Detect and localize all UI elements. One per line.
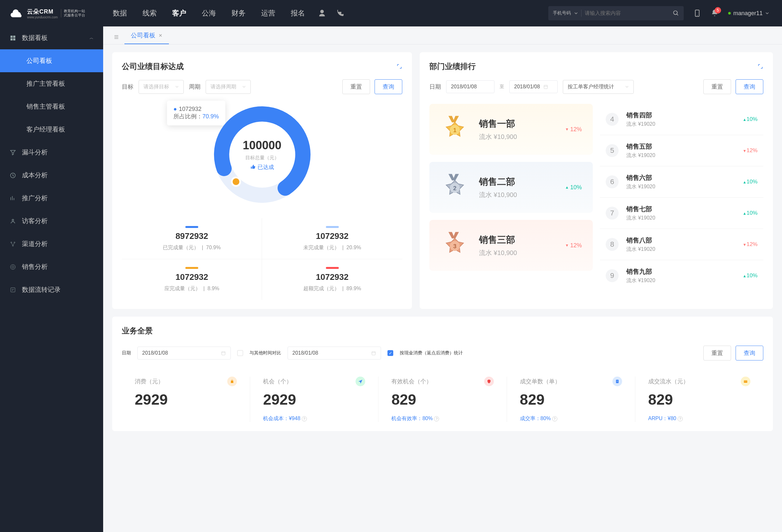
panel-business: 业务全景 日期 2018/01/08 与其他时间对比 2018/01/08 按现… <box>112 317 773 431</box>
rank-query-button[interactable]: 查询 <box>736 79 763 94</box>
help-icon[interactable]: ? <box>302 416 307 421</box>
search-input[interactable] <box>585 10 670 16</box>
thumb-icon <box>250 165 256 170</box>
close-icon[interactable]: ✕ <box>158 33 163 38</box>
user-icon[interactable] <box>318 9 326 17</box>
sidebar-sub-company[interactable]: 公司看板 <box>0 49 103 72</box>
channel-icon <box>10 241 16 247</box>
sidebar-group-dashboard[interactable]: 数据看板 ︿ <box>0 27 103 49</box>
rank-selector[interactable]: 按工单客户经理统计 <box>563 80 634 94</box>
help-icon[interactable]: ? <box>552 416 557 421</box>
svg-rect-28 <box>222 351 225 355</box>
sidebar-item-cost[interactable]: 成本分析 <box>0 164 103 187</box>
biz-date-2[interactable]: 2018/01/08 <box>287 347 381 359</box>
compare-checkbox[interactable] <box>237 350 243 356</box>
sidebar-sub-cust-mgr[interactable]: 客户经理看板 <box>0 118 103 141</box>
goal-total: 100000 <box>243 139 281 152</box>
nav-finance[interactable]: 财务 <box>232 8 246 18</box>
metric-valid-opp: 有效机会（个） 829 机会有效率：80% ? <box>379 377 507 422</box>
cost-icon <box>10 172 16 179</box>
doc-icon <box>612 377 622 386</box>
sidebar-item-promo[interactable]: 推广分析 <box>0 187 103 210</box>
select-target[interactable]: 请选择目标 <box>139 80 184 94</box>
funnel-icon <box>10 149 16 156</box>
rank-1: 1 销售一部流水 ¥10,900 12% <box>429 104 593 155</box>
collapse-sidebar-button[interactable] <box>108 31 125 44</box>
cash-label: 按现金消费（返点后消费）统计 <box>400 350 463 356</box>
logo-domain: www.yunduocrm.com <box>27 15 58 19</box>
nav-leads[interactable]: 线索 <box>142 8 157 18</box>
rank-date-from[interactable]: 2018/01/08 <box>446 80 495 93</box>
menu-icon <box>113 34 119 40</box>
shield-icon <box>484 377 494 386</box>
svg-point-13 <box>12 266 14 268</box>
nav-enroll[interactable]: 报名 <box>291 8 305 18</box>
achieved-badge: 已达成 <box>250 164 274 171</box>
rank-label-date: 日期 <box>429 83 441 91</box>
dashboard-icon <box>10 35 16 41</box>
goals-label-target: 目标 <box>122 83 134 91</box>
rank-date-to[interactable]: 2018/01/08 <box>509 80 558 93</box>
cash-checkbox[interactable] <box>387 350 393 356</box>
biz-query-button[interactable]: 查询 <box>736 346 763 360</box>
gold-medal-icon: 1 <box>440 115 469 144</box>
search-icon[interactable] <box>673 10 679 16</box>
search-bar[interactable]: 手机号码 <box>548 6 684 20</box>
rank-reset-button[interactable]: 重置 <box>703 79 731 94</box>
expand-icon[interactable] <box>396 64 402 69</box>
panel-goals: 公司业绩目标达成 目标 请选择目标 周期 请选择周期 重置 查询 <box>112 52 412 309</box>
svg-point-8 <box>12 219 14 221</box>
user-menu[interactable]: manager11 <box>728 10 769 17</box>
logo-area: 云朵CRM www.yunduocrm.com 教育机构一站式服务云平台 <box>10 8 103 19</box>
date-sep: 至 <box>500 84 504 90</box>
sidebar-item-visitor[interactable]: 访客分析 <box>0 210 103 233</box>
svg-rect-18 <box>544 85 548 89</box>
stat-expected: 1072932 应完成量（元） | 8.9% <box>122 259 262 300</box>
notifications[interactable]: 5 <box>711 9 718 18</box>
tab-bar: 公司看板 ✕ <box>103 27 782 44</box>
chevron-up-icon: ︿ <box>90 35 94 41</box>
metric-spend: 消费（元） 2929 <box>122 377 250 422</box>
sidebar-item-funnel[interactable]: 漏斗分析 <box>0 141 103 164</box>
calendar-icon <box>371 351 376 356</box>
metric-revenue: 成交流水（元） 829 ARPU：¥80 ? <box>635 377 763 422</box>
sidebar-item-flow[interactable]: 数据流转记录 <box>0 278 103 301</box>
mobile-icon[interactable] <box>694 9 701 17</box>
help-icon[interactable]: ? <box>678 416 683 421</box>
svg-text:2: 2 <box>453 185 456 191</box>
goal-total-label: 目标总量（元） <box>245 155 279 161</box>
sidebar-sub-sales-mgr[interactable]: 销售主管看板 <box>0 95 103 118</box>
metric-row: 消费（元） 2929 机会（个） 2929 机会成本：¥948 ? 有效机会（个… <box>122 377 763 422</box>
goals-reset-button[interactable]: 重置 <box>342 79 370 94</box>
help-icon[interactable]: ? <box>434 416 439 421</box>
rank-row: 7销售七部流水 ¥1902010% <box>600 198 763 229</box>
biz-label-date: 日期 <box>122 350 131 356</box>
biz-date-1[interactable]: 2018/01/08 <box>137 347 231 359</box>
rank-row: 4销售四部流水 ¥1902010% <box>600 104 763 135</box>
tab-company-dashboard[interactable]: 公司看板 ✕ <box>125 27 169 44</box>
expand-icon[interactable] <box>757 64 763 69</box>
svg-text:3: 3 <box>453 243 456 250</box>
stat-exceed: 1072932 超额完成（元） | 89.9% <box>262 259 402 300</box>
target-icon <box>10 264 16 270</box>
nav-customers[interactable]: 客户 <box>172 8 186 18</box>
nav-public[interactable]: 公海 <box>202 8 216 18</box>
chevron-down-icon <box>765 11 769 15</box>
visitor-icon <box>10 218 16 224</box>
nav-ops[interactable]: 运营 <box>261 8 275 18</box>
sidebar-sub-promo-mgr[interactable]: 推广主管看板 <box>0 72 103 95</box>
metric-deals: 成交单数（单） 829 成交率：80% ? <box>507 377 635 422</box>
biz-reset-button[interactable]: 重置 <box>703 346 731 360</box>
compare-label: 与其他时间对比 <box>249 350 281 356</box>
svg-point-10 <box>14 242 15 243</box>
goals-query-button[interactable]: 查询 <box>375 79 402 94</box>
nav-data[interactable]: 数据 <box>113 8 127 18</box>
rank-3: 3 销售三部流水 ¥10,900 12% <box>429 220 593 271</box>
phone-icon[interactable] <box>336 9 344 17</box>
select-period[interactable]: 请选择周期 <box>206 80 251 94</box>
rank-row: 6销售六部流水 ¥1902010% <box>600 166 763 198</box>
sidebar-item-sales[interactable]: 销售分析 <box>0 255 103 278</box>
svg-text:1: 1 <box>453 127 456 134</box>
search-type[interactable]: 手机号码 <box>553 10 571 16</box>
sidebar-item-channel[interactable]: 渠道分析 <box>0 233 103 255</box>
